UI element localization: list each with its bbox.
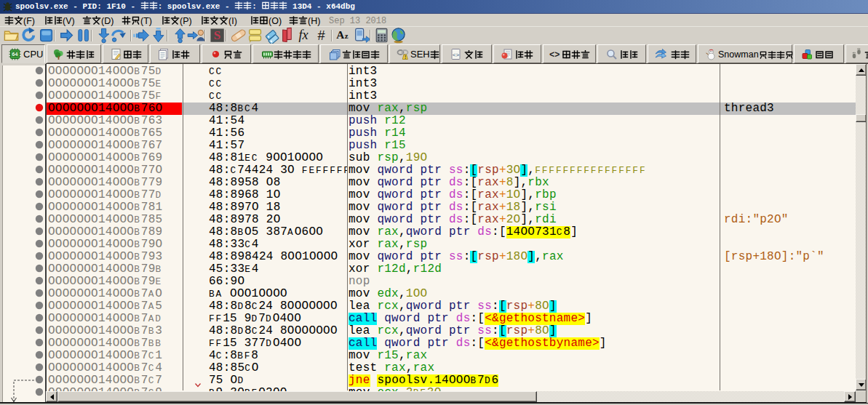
svg-text:!: ! <box>405 55 406 60</box>
svg-text:fx: fx <box>298 28 308 42</box>
svg-text:64: 64 <box>12 52 18 57</box>
svg-text:<>: <> <box>453 52 460 58</box>
svg-text:#: # <box>317 28 325 43</box>
svg-text:A: A <box>336 28 344 41</box>
svg-text:S: S <box>214 28 221 42</box>
svg-text:z: z <box>345 31 349 40</box>
svg-text:<>: <> <box>549 50 560 60</box>
